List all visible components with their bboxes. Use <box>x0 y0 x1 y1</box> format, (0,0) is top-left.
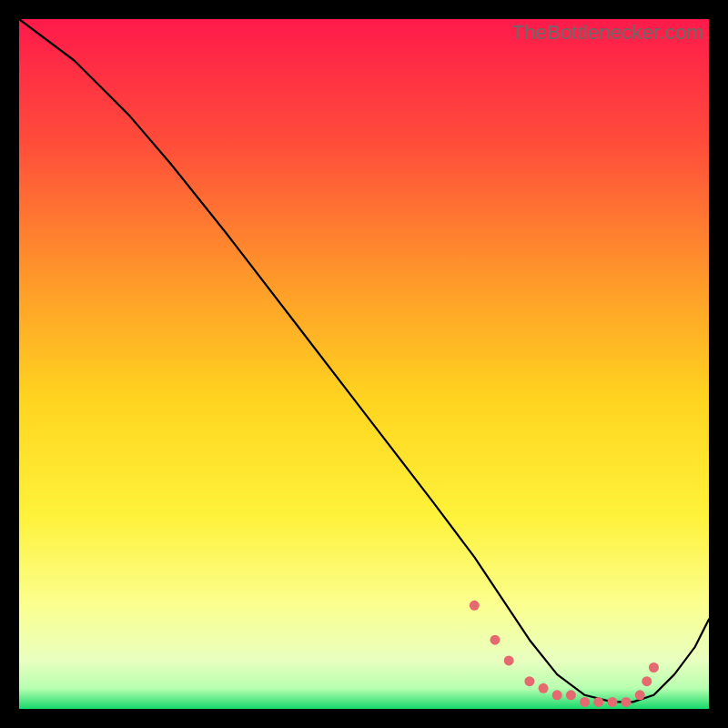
highlight-dot <box>580 697 590 707</box>
highlight-dot <box>622 697 632 707</box>
highlight-dot <box>470 601 480 611</box>
highlight-dot <box>649 662 659 672</box>
highlight-dot <box>635 690 645 700</box>
bottleneck-chart <box>19 19 709 709</box>
watermark-label: TheBottlenecker.com <box>512 21 703 45</box>
gradient-background <box>19 19 709 709</box>
highlight-dot <box>539 683 549 693</box>
highlight-dot <box>490 635 500 645</box>
highlight-dot <box>566 690 576 700</box>
highlight-dot <box>552 690 562 700</box>
highlight-dot <box>642 676 652 686</box>
highlight-dot <box>607 697 617 707</box>
highlight-dot <box>524 676 534 686</box>
chart-frame: TheBottlenecker.com <box>19 19 709 709</box>
highlight-dot <box>504 655 514 665</box>
highlight-dot <box>593 697 603 707</box>
